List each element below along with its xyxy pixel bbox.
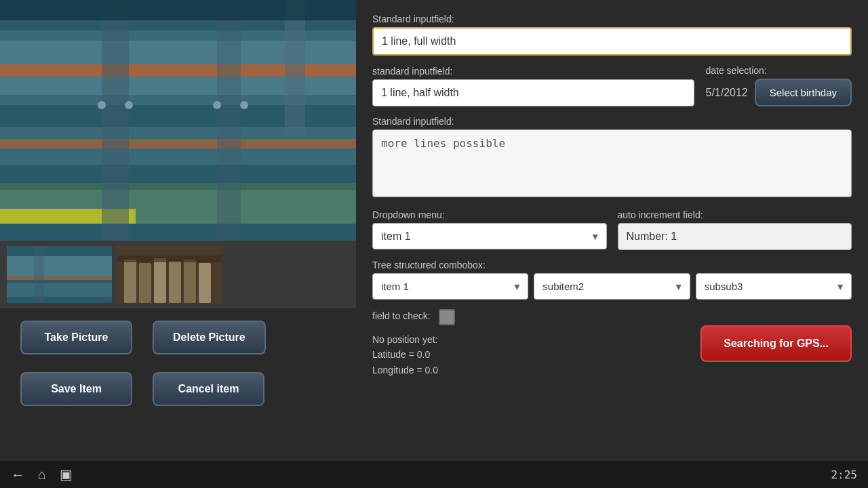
svg-rect-31 <box>169 261 181 303</box>
full-input-group: Standard inputfield: <box>372 14 852 56</box>
bottom-nav: ← ⌂ ▣ <box>11 466 73 483</box>
tree-combobox-group: Tree structured combobox: item 1 ▼ subit… <box>372 260 852 300</box>
date-value: 5/1/2012 <box>705 87 747 99</box>
check-gps-row: field to check: No position yet: Latitud… <box>372 309 852 378</box>
date-group: date selection: 5/1/2012 Select birthday <box>705 65 852 106</box>
svg-point-17 <box>98 101 106 109</box>
auto-increment-label: auto increment field: <box>618 209 852 220</box>
svg-rect-9 <box>0 165 356 173</box>
tree-select-2[interactable]: subitem2 <box>534 273 690 300</box>
check-group: field to check: No position yet: Latitud… <box>372 309 455 378</box>
auto-increment-value: Number: 1 <box>618 223 852 250</box>
bottom-bar: ← ⌂ ▣ 2:25 <box>0 461 868 488</box>
gps-longitude: Longitude = 0.0 <box>372 363 455 378</box>
svg-rect-33 <box>199 263 211 303</box>
tree-row: item 1 ▼ subitem2 ▼ subsub3 ▼ <box>372 273 852 300</box>
gps-no-position: No position yet: <box>372 332 455 347</box>
full-input-field[interactable] <box>372 27 852 56</box>
svg-rect-28 <box>124 260 136 303</box>
picture-button-row: Take Picture Delete Picture <box>0 308 356 367</box>
half-input-field[interactable] <box>372 79 694 106</box>
date-selection-label: date selection: <box>705 65 852 76</box>
tree-label: Tree structured combobox: <box>372 260 852 270</box>
tree-select-3-wrapper: subsub3 ▼ <box>696 273 852 300</box>
svg-rect-23 <box>7 256 112 277</box>
select-birthday-button[interactable]: Select birthday <box>755 79 852 106</box>
dropdown-select[interactable]: item 1 item 2 item 3 <box>372 223 607 249</box>
gps-search-button[interactable]: Searching for GPS... <box>701 325 852 362</box>
delete-picture-button[interactable]: Delete Picture <box>153 321 266 354</box>
half-input-label: standard inputfield: <box>372 66 694 77</box>
svg-rect-29 <box>139 263 151 303</box>
svg-rect-30 <box>154 258 166 303</box>
home-icon[interactable]: ⌂ <box>38 467 46 483</box>
cancel-item-button[interactable]: Cancel item <box>153 372 264 406</box>
recent-apps-icon[interactable]: ▣ <box>60 466 73 483</box>
check-box[interactable] <box>439 309 455 325</box>
svg-rect-32 <box>184 260 196 303</box>
status-time: 2:25 <box>831 468 857 481</box>
thumbnail-1[interactable] <box>7 246 112 303</box>
check-label: field to check: <box>372 310 431 321</box>
multiline-input[interactable]: more lines possible <box>372 129 852 197</box>
svg-rect-15 <box>217 0 241 241</box>
save-item-button[interactable]: Save Item <box>20 372 132 406</box>
tree-select-2-wrapper: subitem2 ▼ <box>534 273 690 300</box>
gps-latitude: Latitude = 0.0 <box>372 347 455 362</box>
dropdown-label: Dropdown menu: <box>372 209 607 220</box>
svg-rect-10 <box>0 139 356 148</box>
tree-select-1-wrapper: item 1 ▼ <box>372 273 528 300</box>
svg-rect-21 <box>0 0 356 20</box>
half-input-group: standard inputfield: <box>372 66 694 106</box>
svg-point-20 <box>240 101 248 109</box>
auto-increment-group: auto increment field: Number: 1 <box>618 209 852 250</box>
take-picture-button[interactable]: Take Picture <box>20 321 132 354</box>
svg-rect-26 <box>34 246 44 303</box>
tree-select-3[interactable]: subsub3 <box>696 273 852 300</box>
multiline-label: Standard inputfield: <box>372 116 852 127</box>
thumbnail-strip <box>0 241 356 308</box>
full-input-label: Standard inputfield: <box>372 14 852 24</box>
dropdown-wrapper: item 1 item 2 item 3 ▼ <box>372 223 607 249</box>
svg-rect-34 <box>117 256 222 262</box>
back-icon[interactable]: ← <box>11 467 24 483</box>
gps-info: No position yet: Latitude = 0.0 Longitud… <box>372 332 455 378</box>
check-row: field to check: <box>372 309 455 325</box>
svg-point-19 <box>213 101 221 109</box>
svg-rect-12 <box>0 183 356 190</box>
svg-rect-25 <box>7 283 112 297</box>
multiline-group: Standard inputfield: more lines possible <box>372 116 852 200</box>
svg-point-18 <box>125 101 133 109</box>
svg-rect-14 <box>102 0 129 241</box>
main-image <box>0 0 356 241</box>
thumbnail-2[interactable] <box>117 246 222 303</box>
svg-rect-24 <box>7 277 112 280</box>
half-row-group: standard inputfield: date selection: 5/1… <box>372 65 852 106</box>
save-button-row: Save Item Cancel item <box>0 367 356 411</box>
tree-select-1[interactable]: item 1 <box>372 273 528 300</box>
left-panel: Take Picture Delete Picture Save Item Ca… <box>0 0 356 461</box>
dropdown-group: Dropdown menu: item 1 item 2 item 3 ▼ <box>372 209 607 249</box>
dropdown-row: Dropdown menu: item 1 item 2 item 3 ▼ au… <box>372 209 852 250</box>
gps-button-wrapper: Searching for GPS... <box>466 325 852 362</box>
right-panel: Standard inputfield: standard inputfield… <box>356 0 868 461</box>
